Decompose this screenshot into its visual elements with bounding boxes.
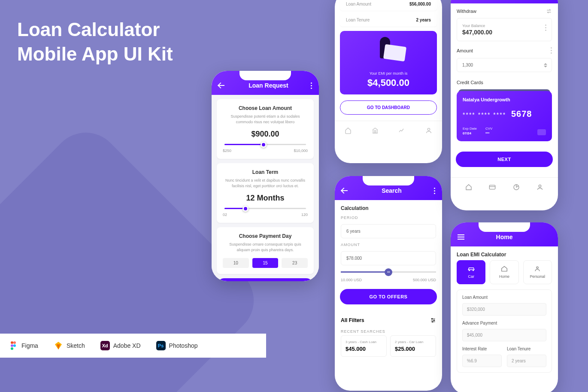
emi-illustration xyxy=(367,37,410,67)
card-chip-icon xyxy=(537,129,546,135)
tool-sketch: Sketch xyxy=(54,341,85,350)
amount-more-icon[interactable] xyxy=(551,47,552,54)
period-input[interactable]: 6 years xyxy=(341,224,436,238)
dashboard-button[interactable]: GO TO DASHBOARD xyxy=(340,100,437,115)
loan-form: Loan Amount $320,000 Advance Payment $45… xyxy=(457,289,552,373)
pie-icon[interactable] xyxy=(513,184,520,191)
back-icon[interactable] xyxy=(342,188,349,194)
bank-icon[interactable] xyxy=(372,127,379,134)
car-icon xyxy=(467,266,475,272)
hero-line-1: Loan Calculator xyxy=(17,17,173,42)
loan-tenure-label: Loan Tenure xyxy=(346,18,370,22)
more-icon[interactable] xyxy=(311,82,312,89)
screen-home: Home Loan EMI Calculator Car Home Person… xyxy=(451,222,558,392)
payday-option[interactable]: 23 xyxy=(282,258,308,268)
sliders-icon[interactable] xyxy=(430,317,436,323)
xd-icon: Xd xyxy=(100,341,110,350)
cat-label: Personal xyxy=(525,274,550,279)
category-car[interactable]: Car xyxy=(457,260,485,284)
filters-label: All Filters xyxy=(341,317,364,323)
svg-point-12 xyxy=(536,267,538,268)
loan-amount-input[interactable]: $320,000 xyxy=(462,303,546,316)
sketch-icon xyxy=(54,341,63,350)
calc-section: Calculation xyxy=(335,200,442,214)
loan-tenure-row: Loan Tenure 2 years xyxy=(340,13,437,27)
figma-label: Figma xyxy=(21,342,38,349)
tool-figma: Figma xyxy=(9,341,38,350)
rate-label: Interest Rate xyxy=(462,346,502,351)
figma-icon xyxy=(9,341,18,350)
amount-input[interactable]: 1,300 xyxy=(457,58,552,72)
next-button[interactable]: NEXT xyxy=(456,152,553,167)
screen-search: Search Calculation PERIOD 6 years AMOUNT… xyxy=(335,176,442,391)
tenure-input[interactable]: 2 years xyxy=(507,355,546,367)
header-title: Loan Request xyxy=(226,82,311,89)
tenure-label: Loan Tenure xyxy=(507,346,546,351)
back-icon[interactable] xyxy=(218,82,226,88)
amount-input[interactable]: $78.000 xyxy=(341,251,436,265)
emi-card: Your EMI per month is $4,500.00 xyxy=(340,31,437,94)
payday-option[interactable]: 10 xyxy=(223,258,249,268)
payday-title: Choose Payment Day xyxy=(223,233,308,239)
card-holder: Natalya Undergrowth xyxy=(463,97,546,102)
chart-icon[interactable] xyxy=(398,127,405,134)
recent-item[interactable]: 2 years - Car Loan $25.000 xyxy=(390,335,436,357)
menu-icon[interactable] xyxy=(458,234,464,240)
card-last4: 5678 xyxy=(511,109,532,119)
transfer-icon[interactable] xyxy=(546,9,552,14)
term-slider[interactable] xyxy=(224,208,306,209)
amount-value: 1,300 xyxy=(462,63,473,67)
user-icon[interactable] xyxy=(425,127,432,134)
cc-label: Credit Cards xyxy=(451,75,558,88)
card-icon[interactable] xyxy=(489,184,496,191)
card-more-icon[interactable] xyxy=(545,24,546,31)
exp-label: Exp Date xyxy=(463,127,477,131)
term-desc: Nunc tincidunt a velit et dapibus nunc c… xyxy=(223,178,308,188)
home-icon[interactable] xyxy=(345,127,352,134)
balance-card: Your Balance $47,000.00 xyxy=(457,18,552,41)
svg-point-6 xyxy=(432,318,433,319)
hero-title: Loan Calculator Mobile App UI Kit xyxy=(17,17,173,66)
svg-point-11 xyxy=(539,185,541,187)
filters-row: All Filters xyxy=(335,313,442,328)
continue-button[interactable]: CONTINUE xyxy=(217,278,314,281)
balance-value: $47,000.00 xyxy=(462,29,546,36)
person-icon xyxy=(533,266,541,272)
user-icon[interactable] xyxy=(536,184,543,191)
header: Profile xyxy=(451,0,558,3)
category-personal[interactable]: Personal xyxy=(523,260,552,284)
tool-xd: Xd Adobe XD xyxy=(100,341,141,350)
stepper-icon[interactable] xyxy=(544,63,547,67)
loan-amount-value: $56,000.00 xyxy=(409,2,431,6)
amount-max: $10,000 xyxy=(294,149,308,153)
payday-card: Choose Payment Day Suspendisse ornare co… xyxy=(217,227,314,273)
term-value: 12 Months xyxy=(223,194,308,203)
notch xyxy=(239,71,291,80)
tools-bar: Figma Sketch Xd Adobe XD Ps Photoshop xyxy=(0,334,266,358)
advance-input[interactable]: $45,000 xyxy=(462,329,546,341)
amount-title: Choose Loan Amount xyxy=(223,105,308,111)
amount-label: Amount xyxy=(457,48,473,53)
balance-label: Your Balance xyxy=(462,24,546,28)
slider-thumb-icon[interactable]: ⇔ xyxy=(385,268,392,276)
offers-button[interactable]: GO TO OFFERS xyxy=(340,289,437,304)
recent-searches: 3 years - Cash Loan $45.000 2 years - Ca… xyxy=(335,335,442,357)
recent-item[interactable]: 3 years - Cash Loan $45.000 xyxy=(341,335,387,357)
period-label: PERIOD xyxy=(335,214,442,222)
recent-desc: 2 years - Car Loan xyxy=(395,340,431,344)
rate-input[interactable]: %6.9 xyxy=(462,355,502,367)
amount-label: AMOUNT xyxy=(335,241,442,249)
category-home[interactable]: Home xyxy=(490,260,518,284)
amount-slider[interactable]: ⇔ xyxy=(341,271,436,273)
more-icon[interactable] xyxy=(434,188,435,194)
payday-desc: Suspendisse ornare consequat turpis quis… xyxy=(223,242,308,252)
cat-label: Home xyxy=(492,274,516,279)
home-icon[interactable] xyxy=(465,184,472,191)
credit-card[interactable]: Natalya Undergrowth **** **** **** 5678 … xyxy=(457,91,552,141)
amount-slider[interactable] xyxy=(224,144,306,145)
withdraw-label: Withdraw xyxy=(457,9,476,14)
sketch-label: Sketch xyxy=(67,342,85,349)
payday-option[interactable]: 15 xyxy=(252,258,279,268)
svg-point-2 xyxy=(11,344,13,347)
amount-desc: Suspendisse potenti etiam a dui sodales … xyxy=(223,114,308,125)
